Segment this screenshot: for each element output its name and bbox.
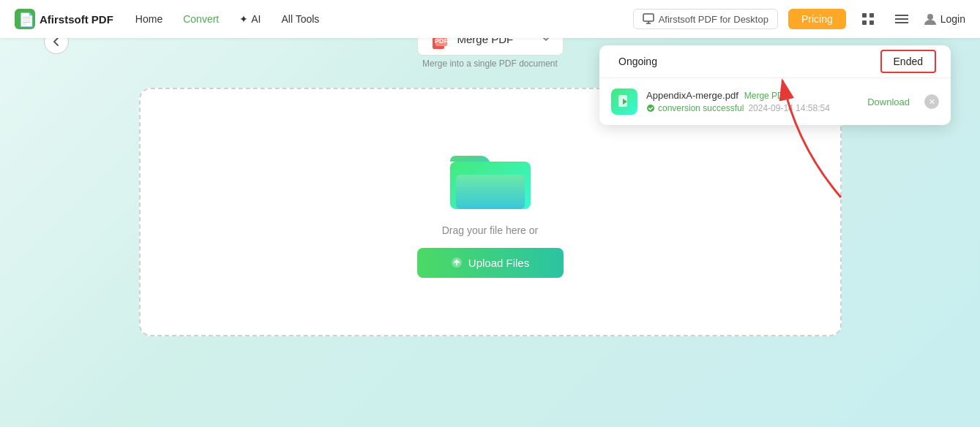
logo-icon: 📄 (15, 9, 35, 29)
svg-point-12 (927, 14, 933, 20)
svg-point-21 (647, 105, 654, 112)
login-button[interactable]: Login (924, 12, 965, 26)
ended-tab[interactable]: Ended (880, 50, 936, 73)
item-filename: AppendixA-merge.pdf (646, 90, 738, 101)
svg-rect-2 (643, 14, 654, 21)
nav-convert[interactable]: Convert (183, 13, 219, 25)
item-info: AppendixA-merge.pdf Merge PDF conversion… (646, 90, 859, 113)
tool-description: Merge into a single PDF document (422, 58, 558, 69)
item-name-row: AppendixA-merge.pdf Merge PDF (646, 90, 859, 101)
user-icon (924, 12, 937, 26)
desktop-button[interactable]: Afirstsoft PDF for Desktop (633, 9, 778, 29)
grid-icon-button[interactable] (856, 7, 880, 31)
popup-item: AppendixA-merge.pdf Merge PDF conversion… (599, 78, 951, 125)
logo[interactable]: 📄 Afirstsoft PDF (15, 9, 113, 29)
ai-star-icon: ✦ (239, 13, 248, 25)
upload-label: Upload Files (468, 257, 529, 269)
pricing-button[interactable]: Pricing (788, 9, 846, 29)
grid-icon (861, 12, 875, 26)
item-icon (611, 88, 637, 115)
download-link[interactable]: Download (867, 97, 910, 107)
svg-rect-6 (869, 13, 874, 18)
folder-icon (450, 147, 531, 213)
item-status-row: conversion successful 2024-09-14 14:58:5… (646, 103, 859, 113)
check-icon (646, 104, 655, 113)
back-arrow-icon (52, 37, 61, 46)
hamburger-icon (895, 14, 908, 24)
popup-panel: Ongoing Ended AppendixA-merge.pdf Merge … (599, 45, 951, 125)
ongoing-tab[interactable]: Ongoing (607, 45, 669, 78)
drag-text: Drag your file here or (442, 224, 539, 236)
nav-home[interactable]: Home (135, 13, 162, 25)
svg-rect-5 (862, 13, 867, 18)
pdf-play-icon (617, 94, 632, 109)
upload-icon (451, 257, 463, 268)
nav-links: Home Convert ✦ AI All Tools (135, 13, 633, 25)
nav-all-tools[interactable]: All Tools (281, 13, 319, 25)
svg-rect-7 (862, 20, 867, 25)
item-tag: Merge PDF (744, 91, 789, 101)
monitor-icon (643, 13, 654, 25)
svg-rect-8 (869, 20, 874, 25)
upload-area: Drag your file here or Upload Files (139, 88, 842, 336)
svg-text:PDF: PDF (435, 37, 449, 45)
login-label: Login (940, 13, 965, 25)
logo-text: Afirstsoft PDF (40, 13, 113, 26)
item-status: conversion successful (646, 103, 744, 113)
close-item-button[interactable]: ✕ (924, 94, 939, 109)
svg-rect-17 (456, 175, 525, 209)
navbar: 📄 Afirstsoft PDF Home Convert ✦ AI All T… (0, 0, 980, 38)
upload-button[interactable]: Upload Files (417, 248, 564, 278)
nav-ai[interactable]: ✦ AI (239, 13, 261, 25)
popup-tabs-row: Ongoing Ended (599, 45, 951, 78)
menu-icon-button[interactable] (890, 7, 913, 31)
nav-right: Afirstsoft PDF for Desktop Pricing (633, 7, 965, 31)
desktop-label: Afirstsoft PDF for Desktop (659, 14, 768, 25)
item-date: 2024-09-14 14:58:54 (748, 103, 829, 113)
svg-text:📄: 📄 (18, 12, 35, 28)
